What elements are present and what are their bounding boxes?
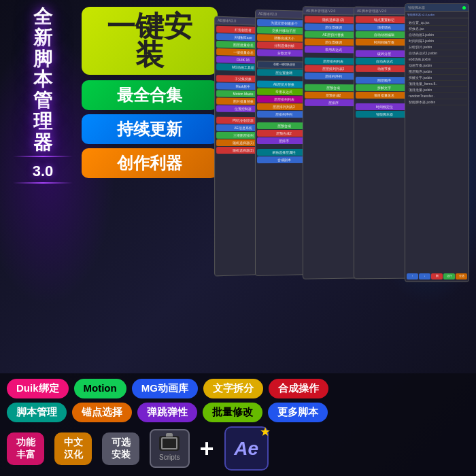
install-badge[interactable]: 一键安装 [82, 7, 218, 75]
scripts-icon [159, 436, 180, 451]
list-item[interactable]: 智能脚本器.jsxbin [407, 99, 467, 105]
ui-panel-5: 智能脚本器 智能脚本器 v2.4.jsxbin 效位置_cp.jsx 特效名.j… [405, 3, 469, 282]
list-item[interactable]: 拆解文字.jsxbin [407, 75, 467, 81]
list-item[interactable]: 自动动画1.jsxbin [407, 32, 467, 38]
scripts-box: Scripts [150, 429, 190, 468]
tag-mg[interactable]: MG动画库 [132, 379, 198, 398]
collection-badge[interactable]: 最全合集 [82, 80, 218, 110]
scripts-icon-handle [166, 433, 173, 437]
list-item[interactable]: randomTransfer.. [407, 93, 467, 99]
feature-optional[interactable]: 可选 安装 [102, 432, 139, 465]
list-item[interactable]: 时间间隔1.jsxbin [407, 38, 467, 44]
panel-5-list: 效位置_cp.jsx 特效名.jsx 自动动画1.jsxbin 时间间隔1.js… [405, 18, 469, 107]
panel-2-title: AE脚本V2.0 [258, 12, 277, 16]
tag-more[interactable]: 更多脚本 [268, 403, 328, 422]
ui-screenshots: AE脚本V2.0 灯泡创意者 关键帧Ease 图层批量命名 一键批量命名 DUI… [214, 3, 473, 309]
list-item[interactable]: ebd动画.jsxbin [407, 56, 467, 63]
panel-btn-del[interactable]: 删 [431, 273, 443, 279]
panel-btn-up[interactable]: ↑ [407, 273, 418, 279]
title-char-2: 新 [33, 28, 52, 49]
tag-batch[interactable]: 批量修改 [203, 403, 262, 422]
left-vertical-title: 全 新 脚 本 管 理 器 3.0 [5, 7, 80, 306]
plus-sign: + [200, 435, 214, 463]
bottom-section: Duik绑定 Motion MG动画库 文字拆分 合成操作 脚本管理 锚点选择 … [0, 373, 476, 476]
panel-3-title: AE脚本管理器 V2.0 [306, 8, 335, 13]
main-container: 全 新 脚 本 管 理 器 3.0 一键安装 最全合集 持续更新 创作利器 [0, 0, 476, 476]
panel-5-header: 智能脚本器 [405, 4, 469, 12]
bottom-icon-row: 功能 丰富 中文 汉化 可选 安装 Scripts + Ae ★ [7, 426, 469, 471]
install-label: 一键安装 [95, 12, 204, 69]
panel-5-subtitle: 智能脚本器 v2.4.jsxbin [405, 12, 469, 18]
panel-header-dot [462, 6, 466, 10]
title-char-5: 管 [33, 90, 52, 112]
tags-row-2: 脚本管理 锚点选择 弹跳弹性 批量修改 更多脚本 [7, 403, 469, 422]
title-char-1: 全 [33, 7, 52, 28]
list-item[interactable]: 项目批量_Items.8.. [407, 81, 467, 87]
deco-line-2 [13, 182, 73, 184]
update-label: 持续更新 [92, 118, 207, 140]
feature-chinese[interactable]: 中文 汉化 [54, 432, 92, 465]
title-chars: 全 新 脚 本 管 理 器 [33, 7, 52, 154]
ae-label: Ae [234, 438, 258, 460]
list-item[interactable]: 特效名.jsx [407, 26, 467, 32]
title-char-7: 器 [33, 133, 52, 154]
panel-5-title: 智能脚本器 [408, 5, 425, 10]
tag-motion[interactable]: Motion [74, 379, 126, 398]
tag-composite[interactable]: 合成操作 [269, 379, 328, 398]
list-item[interactable]: 自动表达式1.jsxbin [407, 50, 467, 56]
deco-line [13, 156, 73, 157]
title-version: 3.0 [33, 163, 54, 180]
center-badges: 一键安装 最全合集 持续更新 创作利器 [82, 7, 218, 178]
list-item[interactable]: 项目批量.jsxbin [407, 87, 467, 93]
update-badge[interactable]: 持续更新 [82, 114, 218, 144]
tag-anchor[interactable]: 锚点选择 [72, 403, 132, 422]
list-item[interactable]: 动画节奏.jsxbin [407, 63, 467, 69]
creator-badge[interactable]: 创作利器 [82, 148, 218, 178]
tag-text[interactable]: 文字拆分 [203, 379, 263, 398]
panel-btn-down[interactable]: ↓ [419, 273, 430, 279]
scripts-label: Scripts [159, 454, 180, 461]
panel-4-title: AE脚本管理器 V2.0 [357, 9, 386, 13]
panel-btn-run[interactable]: 运行 [443, 273, 455, 279]
creator-label: 创作利器 [92, 152, 207, 174]
panel-1-title: AE脚本V2.0 [218, 18, 236, 23]
title-char-6: 理 [33, 112, 52, 133]
tags-row-1: Duik绑定 Motion MG动画库 文字拆分 合成操作 [7, 379, 469, 398]
panel-btn-all[interactable]: 全选 [456, 273, 467, 279]
ae-star: ★ [260, 424, 271, 439]
panel-5-bottom-row: ↑ ↓ 删 运行 全选 [405, 273, 469, 279]
collection-label: 最全合集 [92, 84, 207, 106]
list-item[interactable]: 分组切片.jsxbin [407, 44, 467, 50]
title-char-4: 本 [33, 69, 52, 90]
tag-duik[interactable]: Duik绑定 [7, 379, 69, 398]
tag-script-mgmt[interactable]: 脚本管理 [7, 403, 67, 422]
title-char-3: 脚 [33, 49, 52, 70]
list-item[interactable]: 图层顺序.jsxbin [407, 69, 467, 75]
feature-rich[interactable]: 功能 丰富 [7, 432, 44, 465]
tag-bounce[interactable]: 弹跳弹性 [137, 403, 197, 422]
list-item[interactable]: 效位置_cp.jsx [407, 20, 467, 26]
ae-badge: Ae ★ [224, 426, 269, 471]
